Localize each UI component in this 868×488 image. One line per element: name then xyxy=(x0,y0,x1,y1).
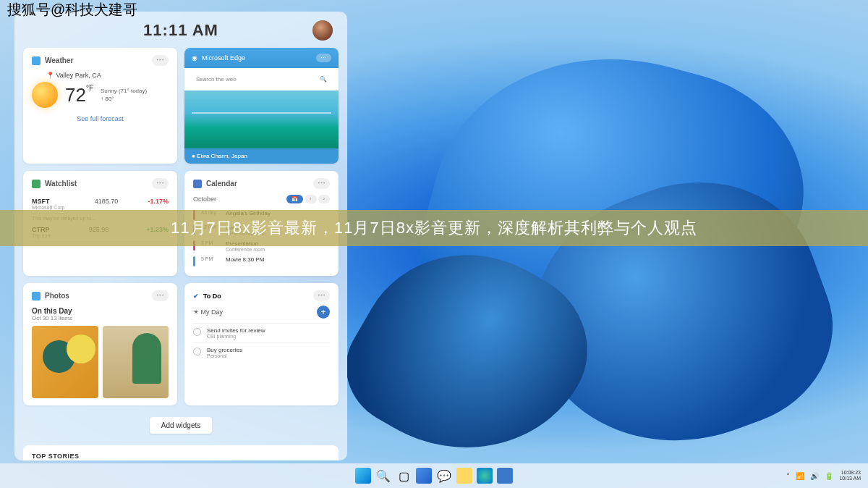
search-icon: 🔍 xyxy=(320,76,327,83)
photos-heading: On this Day xyxy=(32,307,169,315)
edge-title: Microsoft Edge xyxy=(202,54,245,62)
calendar-month: October xyxy=(193,195,216,203)
photo-thumb[interactable] xyxy=(32,326,98,398)
edge-widget[interactable]: ◉ Microsoft Edge ⋯ Search the web🔍 ● Eiw… xyxy=(184,48,339,164)
volume-icon[interactable]: 🔊 xyxy=(810,472,819,480)
watchlist-title: Watchlist xyxy=(45,180,77,188)
store-button[interactable] xyxy=(497,468,513,484)
battery-icon[interactable]: 🔋 xyxy=(825,472,833,480)
calendar-title: Calendar xyxy=(206,180,237,188)
weather-temp: 72°F xyxy=(65,84,93,106)
more-icon[interactable]: ⋯ xyxy=(152,290,169,301)
add-task-button[interactable]: + xyxy=(317,306,330,319)
wifi-icon[interactable]: 📶 xyxy=(796,472,804,480)
weather-location: 📍 Valley Park, CA xyxy=(46,72,169,79)
todo-widget[interactable]: ✔ To Do ⋯ ☀ My Day + Send invites for re… xyxy=(184,283,339,405)
watermark-text: 搜狐号@科技犬建哥 xyxy=(7,0,137,20)
photos-title: Photos xyxy=(45,292,69,300)
edge-search-input[interactable]: Search the web🔍 xyxy=(190,72,333,86)
start-button[interactable] xyxy=(355,468,371,484)
weather-title: Weather xyxy=(45,56,73,64)
edge-image xyxy=(184,91,339,148)
edge-icon: ◉ xyxy=(192,54,197,62)
todo-item[interactable]: Buy groceriesPersonal xyxy=(193,342,330,362)
checkbox[interactable] xyxy=(193,348,201,356)
weather-widget[interactable]: Weather ⋯ 📍 Valley Park, CA 72°F Sunny (… xyxy=(23,48,177,164)
more-icon[interactable]: ⋯ xyxy=(313,290,330,301)
chat-button[interactable]: 💬 xyxy=(436,468,452,484)
widgets-button[interactable] xyxy=(416,468,432,484)
more-icon[interactable]: ⋯ xyxy=(152,55,169,66)
photos-widget[interactable]: Photos ⋯ On this Day Oct 30 13 items xyxy=(23,283,177,405)
chevron-up-icon[interactable]: ˄ xyxy=(786,472,790,480)
user-avatar[interactable] xyxy=(312,20,333,41)
photos-icon xyxy=(32,292,41,300)
chart-icon xyxy=(32,180,41,188)
checkbox[interactable] xyxy=(193,328,201,336)
more-icon[interactable]: ⋯ xyxy=(152,178,169,189)
todo-title: To Do xyxy=(203,293,221,300)
forecast-link[interactable]: See full forecast xyxy=(32,115,169,122)
explorer-button[interactable] xyxy=(456,468,472,484)
overlay-banner: 11月7日8x影音最新，11月7日8x影音更新，深度解析其利弊与个人观点 xyxy=(0,210,868,246)
calendar-event[interactable]: 5 PMMovie 8:30 PM xyxy=(193,254,330,269)
more-icon[interactable]: ⋯ xyxy=(316,54,331,62)
add-widgets-button[interactable]: Add widgets xyxy=(150,417,212,434)
stories-widget[interactable]: TOP STORIES USA Today · 2 mins One of th… xyxy=(23,445,339,460)
banner-text: 11月7日8x影音最新，11月7日8x影音更新，深度解析其利弊与个人观点 xyxy=(171,217,697,239)
edge-caption: ● Eiwa Charm, Japan xyxy=(184,148,339,164)
weather-icon xyxy=(32,56,41,65)
todo-list-name: My Day xyxy=(201,308,224,316)
taskbar: 🔍 ▢ 💬 ˄ 📶 🔊 🔋 10:08:23 10/13 AM xyxy=(0,463,868,488)
photo-thumb[interactable] xyxy=(103,326,169,398)
clock: 11:11 AM xyxy=(143,21,218,40)
edge-button[interactable] xyxy=(477,468,493,484)
more-icon[interactable]: ⋯ xyxy=(313,178,330,189)
calendar-icon xyxy=(193,180,202,188)
search-button[interactable]: 🔍 xyxy=(375,468,391,484)
photos-sub: Oct 30 13 items xyxy=(32,315,169,321)
check-icon: ✔ xyxy=(193,293,199,300)
sun-icon xyxy=(32,82,58,108)
taskview-button[interactable]: ▢ xyxy=(396,468,412,484)
calendar-toggle[interactable]: 📅‹› xyxy=(286,195,330,203)
todo-item[interactable]: Send invites for reviewCBI planning xyxy=(193,323,330,342)
stories-title: TOP STORIES xyxy=(32,453,330,460)
taskbar-clock[interactable]: 10:08:23 10/13 AM xyxy=(839,470,861,481)
weather-desc: Sunny (71° today) ↑ 80° xyxy=(101,87,147,103)
